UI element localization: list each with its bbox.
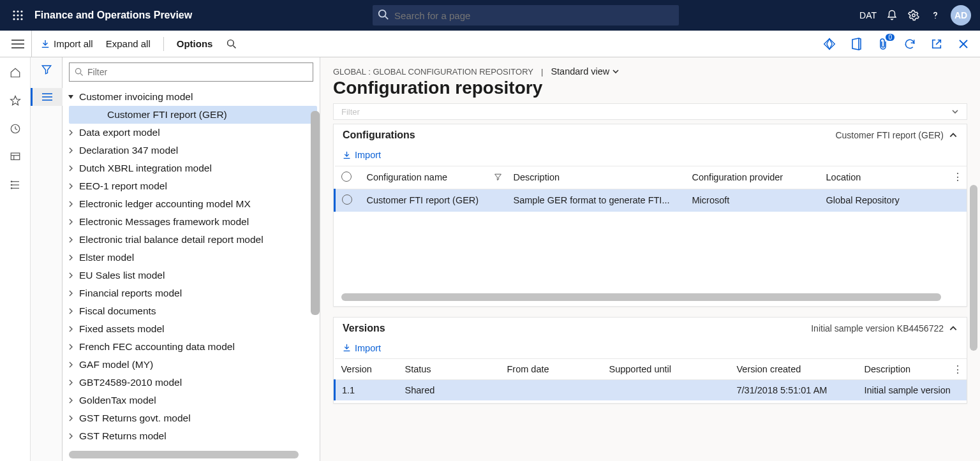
tree-node[interactable]: Declaration 347 model — [63, 142, 320, 159]
filter-section-label: Filter — [341, 107, 360, 117]
configurations-import-link[interactable]: Import — [343, 150, 381, 160]
select-all-radio[interactable] — [341, 172, 352, 182]
lines-tab[interactable] — [31, 88, 63, 106]
settings-icon[interactable] — [907, 9, 920, 22]
office-icon[interactable] — [850, 38, 863, 50]
tree-node[interactable]: GAF model (MY) — [63, 356, 320, 374]
col-config-name[interactable]: Configuration name — [367, 172, 448, 182]
user-avatar[interactable]: AD — [951, 5, 971, 26]
tree-node[interactable]: GST Returns model — [63, 427, 320, 445]
tree-scrollbar-horizontal[interactable] — [69, 451, 299, 458]
tree-node-label: GBT24589-2010 model — [79, 377, 182, 388]
tree-node[interactable]: French FEC accounting data model — [63, 338, 320, 356]
tree-node[interactable]: Electronic ledger accounting model MX — [63, 195, 320, 213]
app-launcher-icon[interactable] — [5, 10, 31, 20]
expand-all-label: Expand all — [106, 38, 151, 49]
help-icon[interactable] — [929, 9, 942, 22]
popout-icon[interactable] — [930, 38, 943, 50]
tree-node-label: EU Sales list model — [79, 270, 165, 281]
svg-line-17 — [234, 45, 236, 48]
view-selector[interactable]: Standard view — [551, 66, 620, 77]
col-until[interactable]: Supported until — [609, 364, 672, 374]
options-button[interactable]: Options — [177, 38, 213, 49]
col-version[interactable]: Version — [341, 364, 372, 374]
tree-node[interactable]: Electronic Messages framework model — [63, 213, 320, 231]
tree-scrollbar-vertical[interactable] — [311, 111, 320, 315]
modules-icon[interactable] — [9, 179, 22, 191]
configurations-subtitle: Customer FTI report (GER) — [835, 130, 944, 140]
tree-filter[interactable] — [69, 62, 313, 82]
tree-node[interactable]: Financial reports model — [63, 284, 320, 302]
configurations-row[interactable]: Customer FTI report (GER) Sample GER for… — [335, 189, 967, 212]
chevron-up-icon[interactable] — [949, 324, 958, 333]
tree-node[interactable]: Fiscal documents — [63, 302, 320, 320]
versions-import-link[interactable]: Import — [343, 343, 381, 353]
cell-version: 1.1 — [335, 380, 399, 401]
versions-title: Versions — [343, 323, 385, 334]
cell-location: Global Repository — [820, 189, 967, 212]
attachments-badge: 0 — [886, 34, 895, 41]
tree-node-label: GST Returns govt. model — [79, 413, 191, 424]
tree-node[interactable]: EEO-1 report model — [63, 177, 320, 195]
versions-row[interactable]: 1.1 Shared 7/31/2018 5:51:01 AM Initial … — [335, 380, 967, 401]
view-label: Standard view — [551, 66, 609, 77]
versions-import-label: Import — [355, 343, 381, 353]
company-code[interactable]: DAT — [859, 10, 877, 20]
config-tree-panel: Customer invoicing modelCustomer FTI rep… — [63, 57, 320, 461]
favorite-icon[interactable] — [9, 94, 22, 107]
home-icon[interactable] — [9, 66, 22, 79]
search-icon — [378, 9, 389, 23]
col-location[interactable]: Location — [826, 172, 861, 182]
notifications-icon[interactable] — [886, 9, 898, 22]
global-search-input[interactable] — [373, 5, 679, 26]
tree-node[interactable]: Fixed assets model — [63, 320, 320, 338]
main-scrollbar-vertical[interactable] — [970, 185, 977, 351]
close-icon[interactable] — [957, 38, 970, 50]
tree-node-label: Dutch XBRL integration model — [79, 163, 212, 174]
toolbar-search-icon[interactable] — [225, 38, 238, 50]
col-provider[interactable]: Configuration provider — [692, 172, 783, 182]
tree-node[interactable]: Customer invoicing model — [63, 88, 320, 106]
configurations-import-label: Import — [355, 150, 381, 160]
tree-node[interactable]: EU Sales list model — [63, 267, 320, 284]
row-select-radio[interactable] — [342, 194, 352, 205]
col-description[interactable]: Description — [514, 172, 560, 182]
tree-node[interactable]: GoldenTax model — [63, 391, 320, 409]
chevron-up-icon[interactable] — [949, 131, 958, 140]
configurations-scrollbar-horizontal[interactable] — [341, 293, 941, 301]
tree-node[interactable]: Data export model — [63, 124, 320, 142]
svg-point-16 — [228, 40, 234, 46]
chevron-down-icon — [612, 68, 620, 75]
tree-node[interactable]: GBT24589-2010 model — [63, 374, 320, 391]
tree-node[interactable]: GST Returns govt. model — [63, 409, 320, 427]
tree-node-selected[interactable]: Customer FTI report (GER) — [69, 106, 317, 124]
import-all-button[interactable]: Import all — [41, 38, 93, 49]
nav-toggle-icon[interactable] — [4, 31, 32, 57]
tree-node[interactable]: Electronic trial balance detail report m… — [63, 231, 320, 249]
svg-rect-21 — [11, 153, 20, 160]
filter-icon[interactable] — [41, 64, 52, 78]
col-status[interactable]: Status — [405, 364, 431, 374]
column-filter-icon[interactable] — [494, 173, 502, 181]
recent-icon[interactable] — [9, 122, 22, 135]
configurations-title: Configurations — [343, 129, 415, 141]
grid-more-icon[interactable]: ⋮ — [953, 363, 963, 376]
grid-more-icon[interactable]: ⋮ — [953, 171, 963, 183]
filter-section-collapsed[interactable]: Filter — [333, 103, 967, 120]
diamond-icon[interactable] — [823, 38, 836, 50]
col-created[interactable]: Version created — [737, 364, 801, 374]
tree-node-label: EEO-1 report model — [79, 180, 167, 192]
col-from[interactable]: From date — [507, 364, 549, 374]
expand-all-button[interactable]: Expand all — [106, 38, 151, 49]
tree-node[interactable]: Elster model — [63, 249, 320, 267]
tree-node[interactable]: Dutch XBRL integration model — [63, 159, 320, 177]
tree-node-label: Customer FTI report (GER) — [107, 109, 227, 121]
workspace-icon[interactable] — [9, 150, 22, 163]
tree-filter-input[interactable] — [87, 67, 308, 77]
col-vdesc[interactable]: Description — [865, 364, 911, 374]
tree-node-label: Electronic trial balance detail report m… — [79, 234, 264, 245]
svg-point-6 — [13, 18, 15, 20]
refresh-icon[interactable] — [903, 38, 916, 50]
cell-description: Sample GER format to generate FTI... — [507, 189, 686, 212]
attachments-icon[interactable]: 0 — [877, 38, 889, 50]
